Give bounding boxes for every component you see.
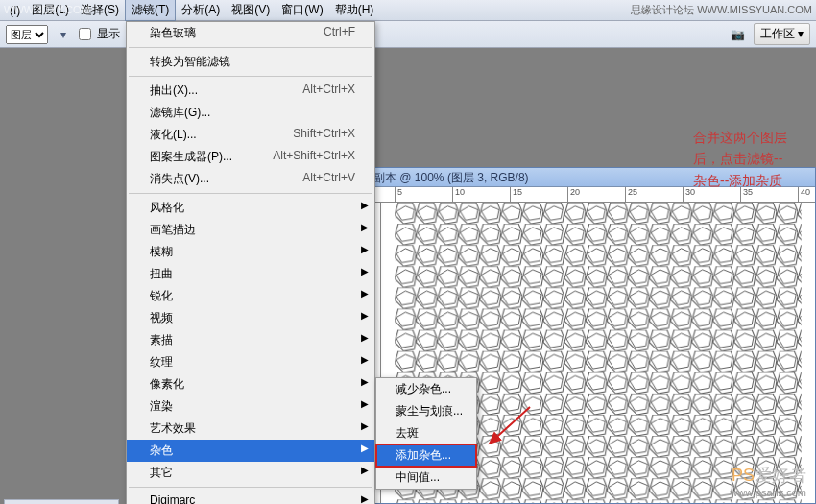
menu-pattern-maker[interactable]: 图案生成器(P)...Alt+Shift+Ctrl+X — [127, 146, 374, 168]
menu-help[interactable]: 帮助(H) — [329, 0, 380, 20]
chevron-right-icon: ▶ — [361, 310, 369, 321]
chevron-right-icon: ▶ — [361, 443, 369, 453]
submenu-reduce-noise[interactable]: 减少杂色... — [376, 378, 476, 400]
menu-sharpen[interactable]: 锐化▶ — [127, 285, 374, 307]
menubar-right-text: 思缘设计论坛 WWW.MISSYUAN.COM — [631, 3, 812, 17]
menu-analysis[interactable]: 分析(A) — [176, 0, 226, 20]
chevron-right-icon: ▶ — [361, 465, 369, 475]
show-checkbox[interactable] — [79, 28, 91, 40]
menu-render[interactable]: 渲染▶ — [127, 396, 374, 418]
menu-blur[interactable]: 模糊▶ — [127, 241, 374, 263]
menu-sketch[interactable]: 素描▶ — [127, 329, 374, 351]
menu-vanishing-point[interactable]: 消失点(V)...Alt+Ctrl+V — [127, 168, 374, 190]
menu-view[interactable]: 视图(V) — [226, 0, 276, 20]
options-toolbar: 图层 ▾ 显示 ⊟ ⊞ ⊡ ⊕ 📷 工作区 ▾ — [0, 21, 816, 48]
chevron-right-icon: ▶ — [361, 398, 369, 409]
menu-last-filter[interactable]: 染色玻璃Ctrl+F — [127, 22, 374, 44]
chevron-right-icon: ▶ — [361, 376, 369, 387]
menu-texture[interactable]: 纹理▶ — [127, 351, 374, 373]
chevron-down-icon[interactable]: ▾ — [54, 25, 73, 44]
watermark-bottom-right: PS爱好者 www.psahz.com — [731, 464, 806, 498]
submenu-dust-scratches[interactable]: 蒙尘与划痕... — [376, 400, 476, 422]
chevron-right-icon: ▶ — [361, 244, 369, 254]
menubar: (I) 图层(L) 选择(S) 滤镜(T) 分析(A) 视图(V) 窗口(W) … — [0, 0, 816, 21]
noise-submenu: 减少杂色... 蒙尘与划痕... 去斑 添加杂色... 中间值... — [375, 377, 477, 490]
menu-video[interactable]: 视频▶ — [127, 307, 374, 329]
menu-distort[interactable]: 扭曲▶ — [127, 263, 374, 285]
menu-other[interactable]: 其它▶ — [127, 462, 374, 484]
chevron-right-icon: ▶ — [361, 354, 369, 365]
submenu-add-noise[interactable]: 添加杂色... — [376, 444, 476, 467]
layer-dropdown[interactable]: 图层 — [6, 25, 48, 44]
menu-window[interactable]: 窗口(W) — [276, 0, 328, 20]
annotation-text: 合并这两个图层 后，点击滤镜-- 杂色--添加杂质 — [693, 127, 787, 191]
menu-layer[interactable]: 图层(L) — [26, 0, 75, 20]
menu-stylize[interactable]: 风格化▶ — [127, 197, 374, 219]
camera-icon[interactable]: 📷 — [729, 25, 748, 44]
menu-file[interactable]: (I) — [4, 2, 26, 19]
menu-extract[interactable]: 抽出(X)...Alt+Ctrl+X — [127, 80, 374, 102]
menu-artistic[interactable]: 艺术效果▶ — [127, 418, 374, 440]
submenu-despeckle[interactable]: 去斑 — [376, 422, 476, 444]
menu-pixelate[interactable]: 像素化▶ — [127, 373, 374, 396]
chevron-right-icon: ▶ — [361, 332, 369, 343]
chevron-right-icon: ▶ — [361, 222, 369, 232]
menu-liquify[interactable]: 液化(L)...Shift+Ctrl+X — [127, 124, 374, 146]
menu-digimarc[interactable]: Digimarc▶ — [127, 491, 374, 504]
submenu-median[interactable]: 中间值... — [376, 467, 476, 489]
workspace-button[interactable]: 工作区 ▾ — [754, 23, 810, 45]
menu-convert-smart[interactable]: 转换为智能滤镜 — [127, 51, 374, 73]
chevron-right-icon: ▶ — [361, 420, 369, 431]
menu-brush-strokes[interactable]: 画笔描边▶ — [127, 219, 374, 241]
menu-filter-gallery[interactable]: 滤镜库(G)... — [127, 102, 374, 124]
chevron-right-icon: ▶ — [361, 200, 369, 210]
chevron-right-icon: ▶ — [361, 493, 369, 504]
layers-panel-hint — [4, 499, 119, 504]
menu-filter[interactable]: 滤镜(T) — [125, 0, 176, 21]
filter-menu-dropdown: 染色玻璃Ctrl+F 转换为智能滤镜 抽出(X)...Alt+Ctrl+X 滤镜… — [126, 21, 375, 504]
show-label: 显示 — [97, 26, 120, 42]
chevron-right-icon: ▶ — [361, 266, 369, 276]
menu-select[interactable]: 选择(S) — [75, 0, 125, 20]
menu-noise[interactable]: 杂色▶ — [127, 440, 374, 462]
chevron-right-icon: ▶ — [361, 288, 369, 299]
